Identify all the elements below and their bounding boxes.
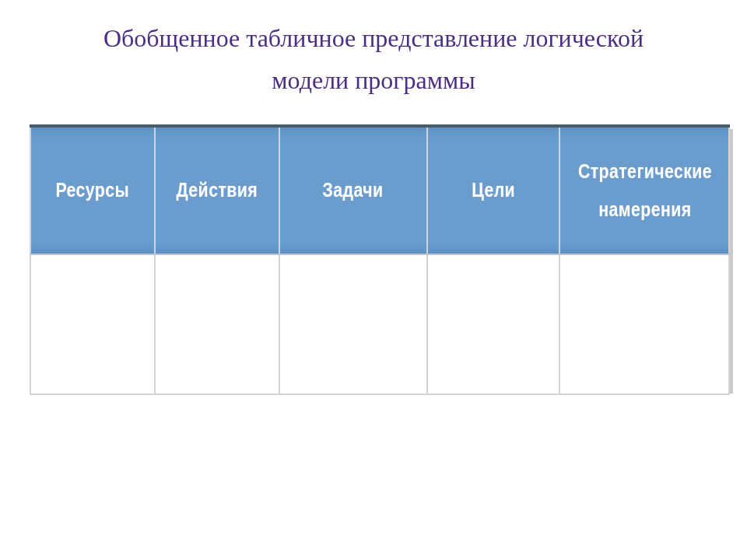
table-row — [30, 254, 729, 394]
col-header-label: Действия — [177, 171, 258, 209]
col-header-label: Цели — [472, 171, 515, 209]
col-header-actions: Действия — [155, 126, 279, 254]
cell-strategic-intentions — [559, 254, 729, 394]
cell-actions — [155, 254, 279, 394]
col-header-resources: Ресурсы — [30, 126, 155, 254]
col-header-strategic-intentions: Стратегические намерения — [559, 126, 729, 254]
logic-model-table: Ресурсы Действия Задачи Цели Стратегичес… — [30, 124, 730, 395]
table-header-row: Ресурсы Действия Задачи Цели Стратегичес… — [30, 126, 729, 254]
title-line-2: модели программы — [272, 66, 475, 94]
cell-tasks — [279, 254, 427, 394]
slide: Обобщенное табличное представление логич… — [0, 0, 747, 560]
page-title: Обобщенное табличное представление логич… — [0, 0, 747, 102]
col-header-label: Стратегические намерения — [578, 152, 712, 229]
title-line-1: Обобщенное табличное представление логич… — [103, 24, 644, 52]
cell-resources — [30, 254, 155, 394]
col-header-tasks: Задачи — [279, 126, 427, 254]
cell-goals — [427, 254, 559, 394]
col-header-label: Задачи — [323, 171, 384, 209]
col-header-label: Ресурсы — [56, 171, 130, 209]
col-header-goals: Цели — [427, 126, 559, 254]
table-container: Ресурсы Действия Задачи Цели Стратегичес… — [30, 124, 733, 395]
